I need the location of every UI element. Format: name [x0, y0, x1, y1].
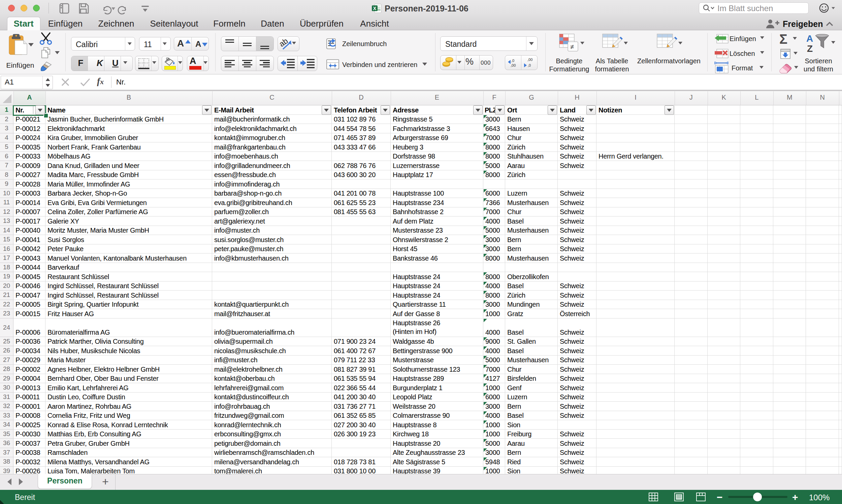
svg-text:,00: ,00: [527, 58, 533, 61]
svg-text:≠: ≠: [570, 43, 574, 51]
svg-text:,00: ,00: [510, 63, 516, 67]
svg-text:Z: Z: [807, 43, 813, 54]
svg-text:,0: ,0: [511, 58, 514, 62]
svg-text:ab: ab: [280, 38, 290, 49]
svg-text:,0: ,0: [528, 63, 531, 67]
svg-text:A: A: [806, 33, 813, 44]
svg-text:X: X: [373, 6, 377, 11]
